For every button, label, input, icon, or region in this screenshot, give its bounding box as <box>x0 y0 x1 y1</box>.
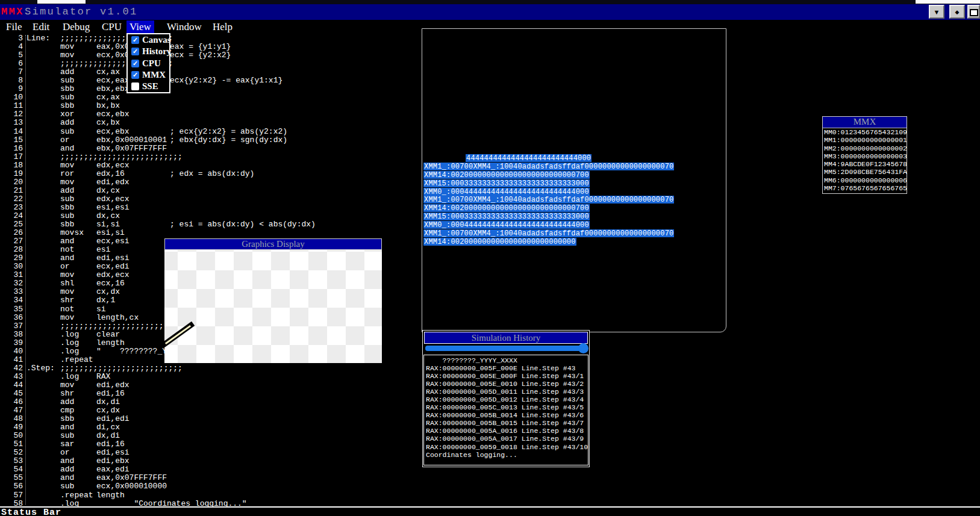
restore-button[interactable]: ◆ <box>949 5 965 19</box>
mnemonic: sbb <box>60 101 74 110</box>
mmx-register-row: MM1:0000000000000001 <box>823 136 907 144</box>
top-edge-strip <box>0 0 980 4</box>
maximize-button[interactable] <box>967 5 980 19</box>
status-bar: Status Bar <box>1 508 61 516</box>
line-number: 18 <box>0 161 23 170</box>
mnemonic: shr <box>60 389 74 398</box>
line-number: 12 <box>0 110 23 119</box>
mnemonic: or <box>60 262 70 271</box>
line-number: 30 <box>0 262 23 271</box>
checkbox-checked-icon[interactable]: ✓ <box>131 48 139 55</box>
history-row: RAX:00000000_005E_000F Line.Step #43/1 <box>424 372 588 380</box>
operand: ecx,esi <box>96 237 130 246</box>
mnemonic: xor <box>60 110 74 119</box>
view-menu-item-cpu[interactable]: ✓CPU <box>128 58 169 69</box>
xmm-dump-line: XMM1_:00700XMM4_:10040adadsfadsffdaf0000… <box>423 193 674 202</box>
operand: eax,0x07FFF7FFF <box>96 473 167 482</box>
window-titlebar[interactable]: MMX Simulator v1.01 <box>0 4 980 20</box>
mnemonic: cmp <box>60 406 74 415</box>
line-number: 14 <box>0 127 23 136</box>
line-number: 56 <box>0 482 23 491</box>
checkbox-unchecked-icon[interactable] <box>131 82 139 90</box>
line-number: 7 <box>0 67 23 76</box>
operand: edi,16 <box>96 440 125 449</box>
code-line-9: 9sbbebx,ebx <box>0 84 422 93</box>
minimize-button[interactable]: ▼ <box>929 5 944 19</box>
operand: edi,esi <box>96 448 130 457</box>
app-title: Simulator v1.01 <box>25 6 138 17</box>
operand: ecx,eax <box>96 76 130 85</box>
menu-view[interactable]: View <box>126 20 154 34</box>
menu-debug[interactable]: Debug <box>60 20 93 34</box>
line-number: 37 <box>0 322 23 331</box>
line-number: 57 <box>0 491 23 500</box>
view-menu-item-canvas[interactable]: ✓Canvas <box>128 34 169 46</box>
mnemonic: and <box>60 473 74 482</box>
simulation-history-window: Simulation History ????????_YYYY_XXXXRAX… <box>422 330 590 467</box>
line-number: 38 <box>0 330 23 339</box>
checkbox-checked-icon[interactable]: ✓ <box>131 60 139 67</box>
graphics-canvas[interactable] <box>164 250 382 363</box>
operand: "Coordinates logging..." <box>96 499 247 508</box>
drawn-line <box>164 250 382 363</box>
line-number: 3 <box>0 34 23 43</box>
checkbox-checked-icon[interactable]: ✓ <box>131 36 139 44</box>
line-number: 20 <box>0 178 23 187</box>
history-scrollbar-track[interactable] <box>425 346 587 351</box>
operand: length <box>96 338 125 347</box>
menu-help[interactable]: Help <box>210 20 236 34</box>
operand: length,cx <box>96 313 139 322</box>
line-number: 26 <box>0 228 23 237</box>
history-scrollbar-handle[interactable] <box>578 343 588 353</box>
mnemonic: add <box>60 397 74 406</box>
view-menu-item-mmx[interactable]: ✓MMX <box>128 69 169 81</box>
graphics-display-titlebar[interactable]: Graphics Display <box>164 238 382 250</box>
mnemonic: .log <box>60 347 79 356</box>
code-line-22: 22subedx,ecx <box>0 194 422 203</box>
view-menu-item-label: CPU <box>142 58 161 69</box>
line-number: 8 <box>0 76 23 85</box>
operand: edx,ecx <box>96 161 130 170</box>
menu-file[interactable]: File <box>3 20 25 34</box>
line-number: 54 <box>0 465 23 474</box>
code-line-20: 20movedi,edx <box>0 178 422 186</box>
mmx-window-titlebar[interactable]: MMX <box>823 117 907 128</box>
operand: ebx,0x000010001 <box>96 135 167 145</box>
history-row: RAX:00000000_005B_0014 Line.Step #43/6 <box>424 411 588 419</box>
code-line-54: 54addeax,edi <box>0 465 422 473</box>
menu-cpu[interactable]: CPU <box>99 20 125 34</box>
code-label: .Step: <box>27 364 55 373</box>
operand: dx,cx <box>96 211 120 220</box>
line-number: 27 <box>0 237 23 246</box>
line-number: 42 <box>0 364 23 373</box>
line-number: 35 <box>0 305 23 314</box>
operand: cx,ax <box>96 67 120 76</box>
operand: clear <box>96 330 120 339</box>
view-menu-item-history[interactable]: ✓History <box>128 46 169 57</box>
comment: ecx{y2:x2} -= eax{y1:x1} <box>170 76 282 85</box>
mnemonic: .repeat <box>60 355 93 364</box>
history-list[interactable]: ????????_YYYY_XXXXRAX:00000000_005F_000E… <box>423 355 588 465</box>
mnemonic: and <box>60 423 74 432</box>
operand: ecx,16 <box>96 279 125 288</box>
menu-window[interactable]: Window <box>164 20 205 34</box>
operand: esi <box>96 245 110 254</box>
operand: si,si <box>96 220 120 229</box>
history-window-titlebar[interactable]: Simulation History <box>424 332 588 344</box>
mnemonic: shl <box>60 279 74 288</box>
graphics-display-window: Graphics Display <box>164 238 382 363</box>
line-number: 43 <box>0 372 23 381</box>
operand: cx,ax <box>96 93 120 102</box>
mmx-register-row: MM2:0000000000000002 <box>823 145 907 152</box>
menu-edit[interactable]: Edit <box>30 20 52 34</box>
operand: esi,si <box>96 228 125 237</box>
mmx-register-row: MM0:0123456765432109 <box>823 128 907 136</box>
view-menu-item-sse[interactable]: SSE <box>128 81 169 92</box>
code-line-49: 49anddi,cx <box>0 423 422 431</box>
operand: edi,16 <box>96 389 125 398</box>
checkbox-checked-icon[interactable]: ✓ <box>131 71 139 79</box>
mnemonic: mov <box>60 313 74 322</box>
line-number: 21 <box>0 186 23 195</box>
operand: ebx,ebx <box>96 84 130 93</box>
operand: cx,dx <box>96 287 120 296</box>
